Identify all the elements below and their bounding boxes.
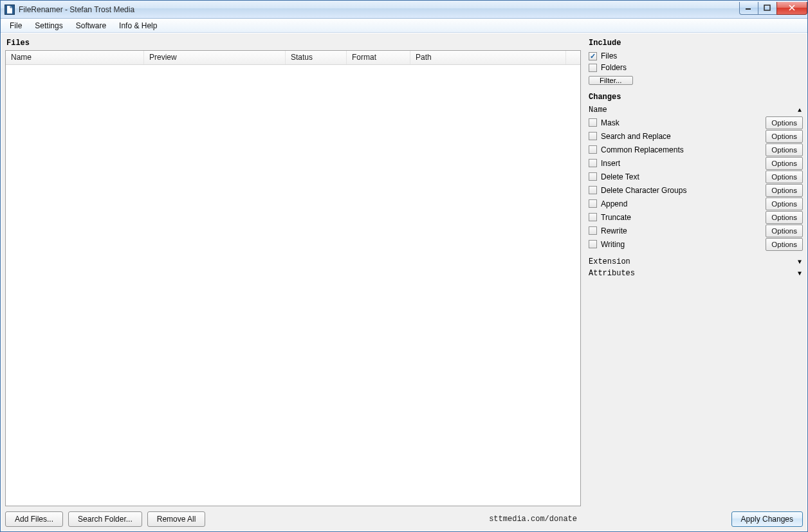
delete-character-groups-label: Delete Character Groups	[601, 186, 686, 195]
search-replace-checkbox[interactable]	[589, 132, 597, 140]
apply-changes-button[interactable]: Apply Changes	[731, 511, 803, 527]
svg-rect-0	[746, 8, 751, 10]
include-files-row: Files	[587, 50, 803, 62]
mask-label: Mask	[601, 118, 620, 127]
change-delete-character-groups: Delete Character Groups Options	[587, 183, 803, 197]
app-icon	[5, 5, 15, 15]
include-folders-checkbox[interactable]	[589, 64, 597, 72]
col-name[interactable]: Name	[6, 51, 144, 64]
mask-checkbox[interactable]	[589, 118, 597, 127]
files-heading: Files	[5, 37, 581, 50]
changes-heading: Changes	[587, 91, 803, 104]
change-insert: Insert Options	[587, 156, 803, 170]
app-window: FileRenamer - Stefan Trost Media File Se…	[0, 0, 808, 532]
col-format[interactable]: Format	[347, 51, 410, 64]
rewrite-checkbox[interactable]	[589, 226, 597, 235]
close-button[interactable]	[776, 2, 807, 15]
search-replace-label: Search and Replace	[601, 132, 671, 141]
include-files-label: Files	[601, 51, 617, 60]
group-extension-label: Extension	[589, 257, 630, 266]
change-append: Append Options	[587, 197, 803, 210]
col-preview[interactable]: Preview	[144, 51, 286, 64]
writing-label: Writing	[601, 240, 625, 249]
change-mask: Mask Options	[587, 116, 803, 129]
group-attributes[interactable]: Attributes ▼	[587, 268, 803, 279]
delete-text-label: Delete Text	[601, 172, 639, 181]
files-table-header: Name Preview Status Format Path	[6, 51, 580, 65]
window-title: FileRenamer - Stefan Trost Media	[19, 5, 134, 14]
delete-text-options-button[interactable]: Options	[766, 170, 803, 183]
filter-button[interactable]: Filter...	[589, 76, 633, 85]
mask-options-button[interactable]: Options	[766, 116, 803, 129]
col-status[interactable]: Status	[286, 51, 347, 64]
change-truncate: Truncate Options	[587, 210, 803, 224]
col-path[interactable]: Path	[410, 51, 566, 64]
group-extension[interactable]: Extension ▼	[587, 256, 803, 268]
change-search-replace: Search and Replace Options	[587, 129, 803, 143]
expand-down-icon: ▼	[798, 270, 802, 277]
collapse-up-icon: ▲	[798, 107, 802, 114]
remove-all-button[interactable]: Remove All	[147, 511, 206, 527]
common-replacements-checkbox[interactable]	[589, 145, 597, 154]
search-replace-options-button[interactable]: Options	[766, 130, 803, 143]
minimize-button[interactable]	[739, 2, 758, 15]
menubar: File Settings Software Info & Help	[1, 19, 807, 33]
search-folder-button[interactable]: Search Folder...	[68, 511, 142, 527]
donate-link[interactable]: sttmedia.com/donate	[489, 515, 581, 524]
append-options-button[interactable]: Options	[766, 197, 803, 210]
expand-down-icon: ▼	[798, 259, 802, 266]
add-files-button[interactable]: Add Files...	[5, 511, 63, 527]
files-table-body[interactable]	[6, 65, 580, 506]
truncate-label: Truncate	[601, 213, 631, 222]
rewrite-label: Rewrite	[601, 226, 627, 235]
include-heading: Include	[587, 37, 803, 50]
delete-character-groups-checkbox[interactable]	[589, 186, 597, 194]
writing-options-button[interactable]: Options	[766, 238, 803, 251]
common-replacements-label: Common Replacements	[601, 145, 684, 154]
insert-checkbox[interactable]	[589, 159, 597, 167]
truncate-checkbox[interactable]	[589, 213, 597, 221]
insert-options-button[interactable]: Options	[766, 157, 803, 170]
append-label: Append	[601, 199, 627, 208]
maximize-button[interactable]	[758, 2, 777, 15]
files-panel: Files Name Preview Status Format Path Ad…	[5, 37, 581, 527]
delete-character-groups-options-button[interactable]: Options	[766, 184, 803, 197]
change-delete-text: Delete Text Options	[587, 170, 803, 183]
files-table[interactable]: Name Preview Status Format Path	[5, 50, 581, 506]
svg-rect-1	[764, 5, 770, 10]
rewrite-options-button[interactable]: Options	[766, 225, 803, 237]
change-common-replacements: Common Replacements Options	[587, 143, 803, 156]
group-name[interactable]: Name ▲	[587, 104, 803, 116]
menu-settings[interactable]: Settings	[28, 20, 69, 32]
options-panel: Include Files Folders Filter... Changes …	[587, 37, 803, 527]
menu-software[interactable]: Software	[69, 20, 113, 32]
change-rewrite: Rewrite Options	[587, 224, 803, 237]
menu-file[interactable]: File	[3, 20, 28, 32]
files-toolbar: Add Files... Search Folder... Remove All…	[5, 506, 581, 527]
client-area: Files Name Preview Status Format Path Ad…	[1, 33, 807, 531]
append-checkbox[interactable]	[589, 199, 597, 208]
truncate-options-button[interactable]: Options	[766, 211, 803, 224]
include-folders-label: Folders	[601, 63, 627, 72]
common-replacements-options-button[interactable]: Options	[766, 143, 803, 156]
menu-info-help[interactable]: Info & Help	[113, 20, 163, 32]
include-files-checkbox[interactable]	[589, 52, 597, 60]
titlebar[interactable]: FileRenamer - Stefan Trost Media	[1, 1, 807, 19]
window-controls	[740, 2, 807, 15]
group-name-label: Name	[589, 105, 607, 115]
insert-label: Insert	[601, 159, 620, 168]
col-spacer	[566, 51, 580, 64]
group-attributes-label: Attributes	[589, 269, 635, 278]
writing-checkbox[interactable]	[589, 240, 597, 248]
change-writing: Writing Options	[587, 237, 803, 251]
include-folders-row: Folders	[587, 62, 803, 73]
delete-text-checkbox[interactable]	[589, 172, 597, 181]
